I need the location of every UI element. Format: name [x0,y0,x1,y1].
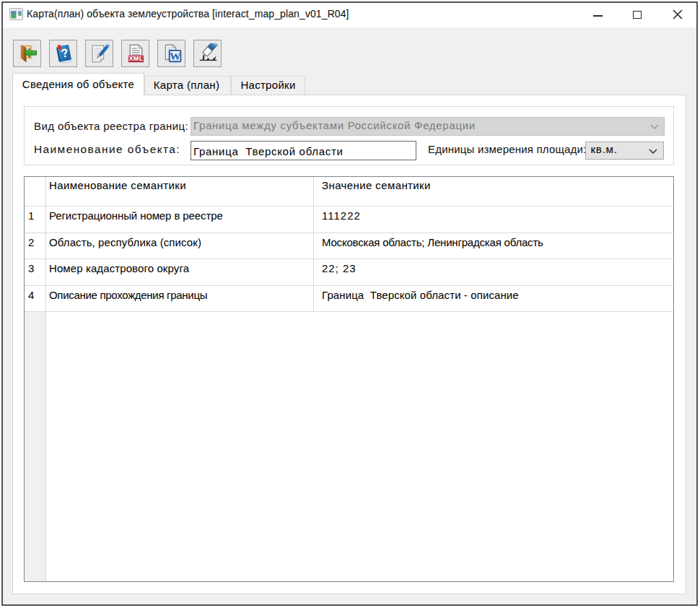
svg-text:W: W [169,50,180,62]
svg-text:XML: XML [128,55,143,62]
